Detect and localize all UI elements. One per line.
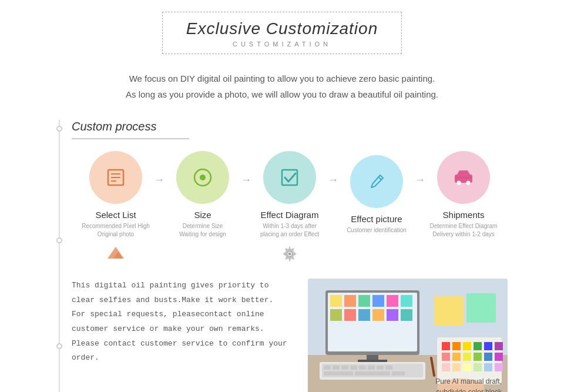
header-border-box: Exclusive Customization CUSTOMIZATION (162, 12, 402, 54)
svg-rect-50 (452, 342, 461, 350)
step-5-desc: Determine Effect DiagramDelivery within … (430, 222, 498, 239)
svg-point-9 (457, 181, 461, 185)
svg-rect-29 (358, 309, 370, 321)
process-step-5: Shipments Determine Effect DiagramDelive… (425, 151, 502, 239)
pencil-icon (364, 169, 389, 194)
svg-rect-55 (442, 353, 450, 361)
svg-rect-46 (355, 371, 390, 376)
svg-rect-30 (372, 309, 384, 321)
svg-rect-66 (495, 363, 503, 371)
process-steps-row: Select List Recommended Pixel HighOrigin… (72, 151, 508, 239)
svg-rect-38 (333, 366, 340, 370)
svg-rect-62 (452, 363, 461, 371)
caption-line1: Pure AI manual draft, (435, 377, 502, 386)
step-2-name: Size (194, 210, 211, 220)
main-content: Custom process Select List Recom (72, 120, 508, 392)
desk-image-svg (308, 279, 508, 392)
svg-point-16 (288, 253, 291, 256)
dot-top (56, 126, 62, 132)
arrow-1: → (154, 174, 164, 186)
svg-line-7 (378, 177, 381, 180)
arrow-2: → (241, 174, 251, 186)
step-4-name: Effect picture (351, 214, 402, 224)
svg-rect-68 (434, 296, 464, 326)
circle-3 (263, 151, 316, 204)
mountain-icon (105, 243, 126, 260)
image-block: Pure AI manual draft, subdivide color bl… (308, 279, 508, 392)
svg-rect-23 (358, 295, 370, 307)
sub-icon-gear (251, 243, 328, 264)
svg-rect-59 (484, 353, 492, 361)
svg-rect-60 (495, 353, 503, 361)
caption-line2: subdivide color block (437, 388, 502, 392)
svg-rect-58 (474, 353, 482, 361)
svg-rect-43 (377, 366, 384, 370)
circle-2 (176, 151, 229, 204)
description-line1: We focus on DIY digital oil painting to … (35, 71, 529, 86)
svg-rect-63 (463, 363, 471, 371)
bottom-section: This digital oil painting gives priority… (72, 279, 508, 392)
circle-1 (89, 151, 142, 204)
process-step-1: Select List Recommended Pixel HighOrigin… (78, 151, 154, 239)
header-section: Exclusive Customization CUSTOMIZATION (35, 12, 529, 54)
svg-rect-22 (344, 295, 356, 307)
svg-rect-31 (387, 309, 398, 321)
step-2-desc: Determine SizeWaiting for design (179, 222, 226, 239)
dot-middle (56, 237, 62, 243)
arrow-3: → (328, 174, 338, 186)
svg-rect-64 (474, 363, 482, 371)
svg-rect-47 (392, 371, 405, 376)
step-5-name: Shipments (443, 210, 485, 220)
body-text: This digital oil painting gives priority… (72, 279, 290, 366)
description: We focus on DIY digital oil painting to … (35, 71, 529, 102)
svg-rect-52 (474, 342, 482, 350)
process-step-4: Effect picture Customer identification (338, 155, 415, 234)
step-1-desc: Recommended Pixel HighOriginal photo (82, 222, 150, 239)
dot-bottom (56, 343, 62, 349)
svg-rect-44 (385, 366, 392, 370)
svg-rect-41 (359, 366, 366, 370)
step-3-name: Effect Diagram (261, 210, 319, 220)
arrow-4: → (415, 174, 425, 186)
svg-rect-57 (463, 353, 471, 361)
process-step-2: Size Determine SizeWaiting for design (164, 151, 241, 239)
step-4-desc: Customer identification (347, 226, 407, 234)
svg-rect-42 (368, 366, 375, 370)
svg-rect-69 (466, 293, 496, 323)
svg-rect-11 (455, 177, 472, 178)
svg-point-5 (200, 175, 206, 180)
image-caption: Pure AI manual draft, subdivide color bl… (435, 376, 502, 392)
circle-dot-icon (190, 165, 215, 190)
gear-icon (279, 243, 300, 264)
svg-rect-54 (495, 342, 503, 350)
svg-rect-51 (463, 342, 471, 350)
svg-rect-65 (484, 363, 492, 371)
left-line (59, 120, 60, 392)
circle-5 (437, 151, 490, 204)
sub-icon-mountain (78, 243, 154, 260)
step-3-desc: Within 1-3 days afterplacing an order Ef… (260, 222, 319, 239)
svg-rect-26 (401, 295, 412, 307)
svg-rect-21 (330, 295, 342, 307)
car-icon (451, 165, 476, 190)
description-line2: As long as you provide a photo, we will … (35, 86, 529, 102)
full-wrapper: Custom process Select List Recom (35, 120, 529, 392)
svg-rect-25 (387, 295, 398, 307)
desk-scene: Pure AI manual draft, subdivide color bl… (308, 279, 508, 392)
svg-rect-37 (324, 366, 331, 370)
sub-icons-row (72, 243, 508, 264)
svg-rect-45 (324, 371, 353, 376)
svg-rect-27 (330, 309, 342, 321)
section-title: Custom process (72, 120, 508, 133)
svg-point-10 (466, 181, 471, 185)
svg-rect-61 (442, 363, 450, 371)
svg-rect-24 (372, 295, 384, 307)
step-1-name: Select List (95, 210, 136, 220)
process-step-3: Effect Diagram Within 1-3 days afterplac… (251, 151, 328, 239)
svg-rect-49 (442, 342, 450, 350)
svg-rect-56 (452, 353, 461, 361)
section-underline (72, 138, 189, 139)
header-title: Exclusive Customization (186, 19, 378, 38)
svg-rect-53 (484, 342, 492, 350)
checkbox-icon (277, 165, 302, 190)
